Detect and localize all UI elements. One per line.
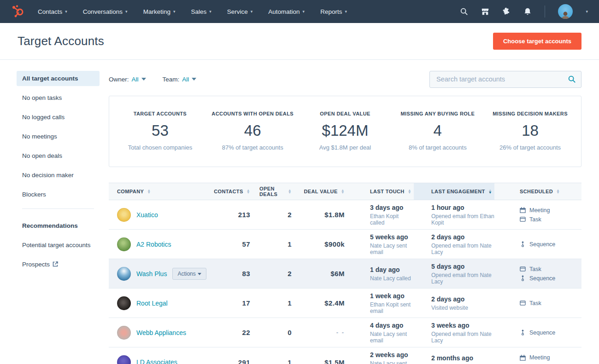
contacts-count: 213 <box>238 211 250 219</box>
company-avatar <box>117 355 131 364</box>
menu-marketing[interactable]: Marketing▾ <box>143 8 176 15</box>
target-accounts-table: COMPANY▲▼ CONTACTS▲▼ OPEN DEALS▲▼ DEAL V… <box>109 183 581 364</box>
company-link[interactable]: Xuatico <box>136 211 158 219</box>
menu-conversations[interactable]: Conversations▾ <box>83 8 128 15</box>
company-link[interactable]: Webb Appliances <box>136 329 186 336</box>
last-engagement-detail: Opened email from Ethan Kopit <box>431 213 494 226</box>
search-icon[interactable] <box>460 7 468 16</box>
sidebar-item-potential-target-accounts[interactable]: Potential target accounts <box>17 237 100 253</box>
settings-gear-icon[interactable] <box>502 7 511 16</box>
scheduled-task: Task <box>520 300 581 306</box>
scheduled-task: Task <box>520 216 581 223</box>
sidebar-item-all-target-accounts[interactable]: All target accounts <box>17 71 100 86</box>
stat-target-accounts: TARGET ACCOUNTS53Total chosen companies <box>114 111 206 151</box>
sort-icon: ▲▼ <box>288 189 292 194</box>
stat-missing-any-buying-role: MISSING ANY BUYING ROLE48% of target acc… <box>391 111 484 151</box>
divider <box>22 208 94 209</box>
last-engagement-time: 3 weeks ago <box>431 322 494 329</box>
page-header: Target Accounts Choose target accounts <box>0 23 599 60</box>
sequence-icon <box>520 241 526 247</box>
last-engagement-time: 1 hour ago <box>431 204 494 211</box>
column-header-contacts[interactable]: CONTACTS▲▼ <box>223 183 259 200</box>
user-avatar[interactable] <box>558 4 573 19</box>
table-row: LD Associates 291 1 $1.5M 2 weeks agoNat… <box>109 347 581 364</box>
task-icon <box>520 266 526 272</box>
sidebar-item-no-decision-maker[interactable]: No decision maker <box>17 168 100 183</box>
company-avatar <box>117 208 131 222</box>
sort-icon: ▲▼ <box>556 189 560 194</box>
sidebar-item-no-open-tasks[interactable]: No open tasks <box>17 90 100 105</box>
sidebar-item-no-open-deals[interactable]: No open deals <box>17 148 100 163</box>
sort-icon: ▲▼ <box>147 189 151 194</box>
sidebar-item-blockers[interactable]: Blockers <box>17 187 100 202</box>
chevron-down-icon: ▾ <box>125 9 128 14</box>
recommendations-heading: Recommendations <box>17 218 100 233</box>
column-header-company[interactable]: COMPANY▲▼ <box>109 183 223 200</box>
menu-reports[interactable]: Reports▾ <box>320 8 347 15</box>
notifications-bell-icon[interactable] <box>523 7 532 16</box>
sidebar-item-prospects[interactable]: Prospects <box>17 257 100 272</box>
last-touch-detail: Nate Lacy sent email <box>370 243 414 255</box>
open-deals-count: 2 <box>288 211 292 219</box>
contacts-count: 22 <box>242 329 251 336</box>
deal-value: $6M <box>331 270 345 277</box>
last-engagement-detail: Opened email from Nate Lacy <box>431 331 494 344</box>
owner-filter[interactable]: Owner: All <box>109 76 146 83</box>
sidebar-item-no-meetings[interactable]: No meetings <box>17 129 100 144</box>
table-row: Root Legal 17 1 $2.4M 1 week agoEthan Ko… <box>109 289 581 318</box>
menu-automation[interactable]: Automation▾ <box>268 8 305 15</box>
chevron-down-icon[interactable]: ▾ <box>586 9 588 14</box>
open-deals-count: 0 <box>288 329 292 336</box>
sidebar-item-no-logged-calls[interactable]: No logged calls <box>17 110 100 125</box>
column-header-open-deals[interactable]: OPEN DEALS▲▼ <box>259 183 303 200</box>
menu-sales[interactable]: Sales▾ <box>191 8 211 15</box>
menu-service[interactable]: Service▾ <box>227 8 253 15</box>
deal-value-empty: - - <box>336 329 345 336</box>
stat-accounts-with-open-deals: ACCOUNTS WITH OPEN DEALS4687% of target … <box>206 111 299 151</box>
team-filter[interactable]: Team: All <box>163 76 197 83</box>
task-icon <box>520 300 526 306</box>
column-header-deal-value[interactable]: DEAL VALUE▲▼ <box>303 183 349 200</box>
chevron-down-icon <box>198 273 201 275</box>
last-engagement-detail: Opened email from Nate Lacy <box>431 243 494 255</box>
marketplace-icon[interactable] <box>481 7 489 16</box>
deal-value: $1.8M <box>324 211 345 219</box>
company-link[interactable]: A2 Robotics <box>136 241 171 248</box>
chevron-down-icon <box>192 78 196 81</box>
table-row: A2 Robotics 57 1 $900k 5 weeks agoNate L… <box>109 230 581 259</box>
row-actions-button[interactable]: Actions <box>172 268 206 280</box>
meeting-calendar-icon <box>520 355 526 361</box>
page-title: Target Accounts <box>18 34 104 48</box>
deal-value: $1.5M <box>324 358 345 364</box>
last-touch-detail: Ethan Kopit sent email <box>370 301 414 314</box>
company-link[interactable]: Wash Plus <box>136 270 167 277</box>
external-link-icon <box>53 261 58 267</box>
open-deals-count: 1 <box>288 299 292 307</box>
column-header-last-engagement[interactable]: LAST ENGAGEMENT▲▼ <box>414 183 494 200</box>
scheduled-sequence: Sequence <box>520 275 581 282</box>
menu-contacts[interactable]: Contacts▾ <box>38 8 67 15</box>
column-header-scheduled[interactable]: SCHEDULED▲▼ <box>494 183 581 200</box>
sort-icon: ▲▼ <box>341 189 345 194</box>
chevron-down-icon: ▾ <box>65 9 67 14</box>
last-touch-detail: Nate Lacy sent email <box>370 331 414 344</box>
search-icon <box>568 75 576 83</box>
scheduled-meeting: Meeting <box>520 354 581 361</box>
last-engagement-time: 5 days ago <box>431 263 494 270</box>
column-header-last-touch[interactable]: LAST TOUCH▲▼ <box>349 183 414 200</box>
company-avatar <box>117 237 131 251</box>
hubspot-logo-icon[interactable] <box>11 5 25 18</box>
deal-value: $900k <box>324 240 345 248</box>
chevron-down-icon <box>141 78 146 81</box>
last-touch-time: 2 weeks ago <box>370 351 414 358</box>
scheduled-sequence: Sequence <box>520 241 581 248</box>
search-target-accounts-input[interactable] <box>429 71 581 88</box>
deal-value: $2.4M <box>324 299 345 307</box>
company-link[interactable]: Root Legal <box>136 300 168 307</box>
open-deals-count: 1 <box>288 240 292 248</box>
last-engagement-time: 2 months ago <box>431 354 473 362</box>
choose-target-accounts-button[interactable]: Choose target accounts <box>493 33 581 50</box>
last-touch-time: 3 days ago <box>370 204 414 211</box>
company-link[interactable]: LD Associates <box>136 358 177 364</box>
open-deals-count: 1 <box>288 358 292 364</box>
